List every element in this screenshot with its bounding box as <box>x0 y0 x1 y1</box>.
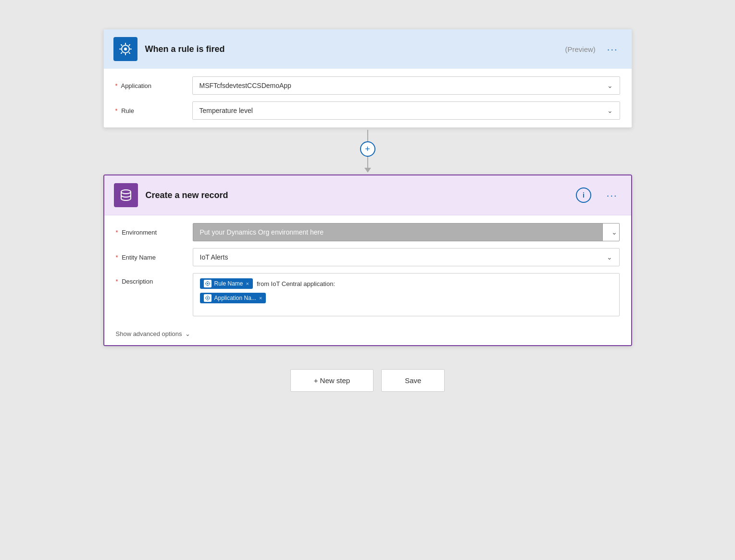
bottom-buttons: + New step Save <box>290 369 445 392</box>
tag2-label: Application Na... <box>214 295 256 301</box>
trigger-icon <box>118 41 133 57</box>
trigger-card-header: When a rule is fired (Preview) ··· <box>104 29 632 69</box>
connector-line-top <box>367 130 368 141</box>
flow-container: When a rule is fired (Preview) ··· * App… <box>103 29 632 392</box>
entity-label: * Entity Name <box>116 254 193 261</box>
action-more-button[interactable]: ··· <box>603 188 622 203</box>
new-step-button[interactable]: + New step <box>290 369 374 392</box>
environment-chevron-icon: ⌄ <box>602 224 620 241</box>
application-chevron-icon: ⌄ <box>607 82 613 89</box>
trigger-card-body: * Application MSFTcfsdevtestCCSDemoApp ⌄… <box>104 69 632 127</box>
entity-value: IoT Alerts <box>200 253 228 261</box>
tag1-label: Rule Name <box>214 280 243 287</box>
rule-required-star: * <box>115 107 118 114</box>
environment-dropdown[interactable]: Put your Dynamics Org environment here ⌄ <box>193 223 620 241</box>
svg-point-2 <box>207 283 208 285</box>
entity-row: * Entity Name IoT Alerts ⌄ <box>116 248 620 266</box>
environment-value: Put your Dynamics Org environment here <box>193 224 602 241</box>
application-dropdown[interactable]: MSFTcfsdevtestCCSDemoApp ⌄ <box>192 76 620 95</box>
svg-point-0 <box>124 48 127 50</box>
rule-row: * Rule Temperature level ⌄ <box>115 101 620 120</box>
rule-value: Temperature level <box>199 107 253 114</box>
description-label: * Description <box>116 273 193 285</box>
trigger-icon-box <box>113 37 137 61</box>
trigger-preview: (Preview) <box>565 45 595 53</box>
svg-point-3 <box>207 298 208 299</box>
trigger-card: When a rule is fired (Preview) ··· * App… <box>103 29 632 128</box>
svg-point-1 <box>121 190 131 194</box>
tag1-close-icon[interactable]: × <box>246 281 249 286</box>
show-advanced-link[interactable]: Show advanced options ⌄ <box>116 330 190 337</box>
rule-name-tag[interactable]: Rule Name × <box>200 278 253 289</box>
info-button[interactable]: i <box>576 187 591 203</box>
application-label: * Application <box>115 82 192 89</box>
trigger-more-button[interactable]: ··· <box>603 42 622 57</box>
advanced-options-section: Show advanced options ⌄ <box>104 324 631 345</box>
environment-row: * Environment Put your Dynamics Org envi… <box>116 223 620 241</box>
save-button[interactable]: Save <box>381 369 445 392</box>
description-field[interactable]: Rule Name × from IoT Central application… <box>193 273 620 316</box>
rule-dropdown[interactable]: Temperature level ⌄ <box>192 101 620 120</box>
description-row: * Description <box>116 273 620 316</box>
application-value: MSFTcfsdevtestCCSDemoApp <box>199 82 291 89</box>
connector: + <box>360 130 375 173</box>
description-text: from IoT Central application: <box>257 280 335 287</box>
tag1-svg-icon <box>205 281 211 286</box>
action-title: Create a new record <box>146 190 568 200</box>
tag2-close-icon[interactable]: × <box>259 295 262 301</box>
application-row: * Application MSFTcfsdevtestCCSDemoApp ⌄ <box>115 76 620 95</box>
desc-required-star: * <box>116 278 118 285</box>
action-icon-box <box>114 183 138 207</box>
env-required-star: * <box>116 229 118 236</box>
rule-label: * Rule <box>115 107 192 114</box>
entity-required-star: * <box>116 254 118 261</box>
add-step-button[interactable]: + <box>360 141 375 157</box>
tag2-icon <box>204 294 212 302</box>
advanced-chevron-icon: ⌄ <box>185 330 190 337</box>
action-card-body: * Environment Put your Dynamics Org envi… <box>104 215 631 324</box>
action-icon <box>119 188 133 202</box>
tag1-icon <box>204 280 212 287</box>
environment-label: * Environment <box>116 229 193 236</box>
application-required-star: * <box>115 82 118 89</box>
advanced-label: Show advanced options <box>116 330 182 337</box>
trigger-title: When a rule is fired <box>145 44 554 54</box>
entity-chevron-icon: ⌄ <box>607 253 612 261</box>
rule-chevron-icon: ⌄ <box>607 107 613 114</box>
connector-arrow <box>364 168 371 173</box>
description-line1: Rule Name × from IoT Central application… <box>200 278 336 289</box>
action-card-header: Create a new record i ··· <box>104 175 631 215</box>
connector-line-bottom <box>367 157 368 168</box>
description-line2: Application Na... × <box>200 293 266 303</box>
app-name-tag[interactable]: Application Na... × <box>200 293 266 303</box>
entity-dropdown[interactable]: IoT Alerts ⌄ <box>193 248 620 266</box>
action-card: Create a new record i ··· * Environment … <box>103 174 632 346</box>
tag2-svg-icon <box>205 295 211 301</box>
